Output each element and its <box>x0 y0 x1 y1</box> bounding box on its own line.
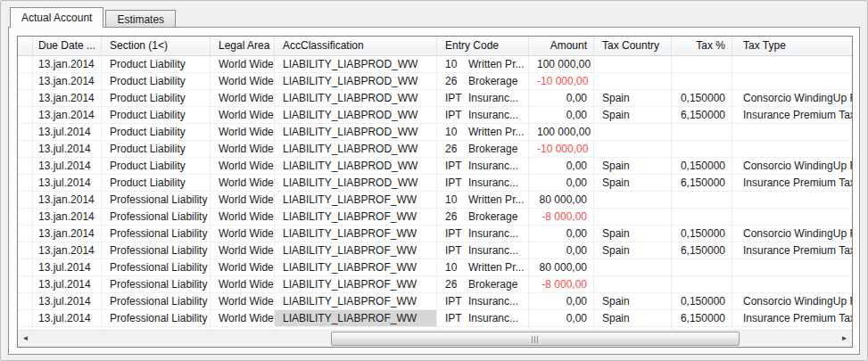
cell-entry_code[interactable]: 10Written Pr... <box>437 124 529 141</box>
cell-amount[interactable]: 0,00 <box>529 107 594 124</box>
cell-section[interactable]: Professional Liability <box>102 259 211 276</box>
cell-amount[interactable]: 0,00 <box>529 310 594 327</box>
cell-tax_country[interactable]: Spain <box>594 226 672 242</box>
cell-legal_area[interactable]: World Wide <box>211 226 275 242</box>
cell-section[interactable]: Professional Liability <box>102 310 211 327</box>
cell-entry_code[interactable]: 10Written Pr... <box>437 56 529 73</box>
tab-estimates[interactable]: Estimates <box>105 10 176 27</box>
cell-tax_type[interactable] <box>732 73 852 90</box>
cell-amount[interactable]: -8 000,00 <box>529 276 594 293</box>
cell-tax_pct[interactable]: 0,150000 <box>672 226 732 242</box>
cell-entry_code[interactable]: 26Brokerage <box>437 209 529 226</box>
cell-legal_area[interactable]: World Wide <box>211 293 275 310</box>
cell-section[interactable]: Professional Liability <box>102 276 211 293</box>
table-row[interactable]: 13.jul.2014Professional LiabilityWorld W… <box>18 310 852 327</box>
cell-section[interactable]: Product Liability <box>102 175 211 192</box>
cell-tax_country[interactable] <box>594 259 672 276</box>
cell-entry_code[interactable]: IPTInsuranc... <box>437 310 529 327</box>
cell-section[interactable]: Product Liability <box>102 107 211 124</box>
cell-due_date[interactable]: 13.jul.2014 <box>33 124 102 141</box>
cell-tax_pct[interactable] <box>672 56 732 73</box>
column-header-tax_type[interactable]: Tax Type <box>732 37 852 55</box>
cell-section[interactable]: Professional Liability <box>102 293 211 310</box>
cell-section[interactable]: Professional Liability <box>102 242 211 259</box>
cell-amount[interactable]: 100 000,00 <box>529 56 594 73</box>
cell-tax_type[interactable]: Insurance Premium Tax <box>732 242 852 259</box>
cell-tax_pct[interactable]: 6,150000 <box>672 175 732 192</box>
cell-section[interactable]: Product Liability <box>102 124 211 141</box>
cell-tax_type[interactable]: Consorcio WindingUp Fund <box>732 158 852 175</box>
cell-due_date[interactable]: 13.jul.2014 <box>33 259 102 276</box>
cell-amount[interactable]: 80 000,00 <box>529 259 594 276</box>
cell-amount[interactable]: 100 000,00 <box>529 124 594 141</box>
cell-section[interactable]: Professional Liability <box>102 192 211 209</box>
cell-tax_pct[interactable] <box>672 192 732 209</box>
cell-due_date[interactable]: 13.jan.2014 <box>33 209 102 226</box>
cell-acc_classification[interactable]: LIABILITY_LIABPROF_WW <box>275 192 437 209</box>
cell-amount[interactable]: -8 000,00 <box>529 209 594 226</box>
cell-section[interactable]: Product Liability <box>102 56 211 73</box>
cell-due_date[interactable]: 13.jul.2014 <box>33 293 102 310</box>
column-header-entry_code[interactable]: Entry Code <box>437 37 529 55</box>
cell-acc_classification[interactable]: LIABILITY_LIABPROD_WW <box>275 141 437 158</box>
cell-acc_classification[interactable]: LIABILITY_LIABPROD_WW <box>275 90 437 107</box>
table-row[interactable]: 13.jan.2014Professional LiabilityWorld W… <box>18 242 852 259</box>
cell-tax_pct[interactable] <box>672 124 732 141</box>
tab-actual-account[interactable]: Actual Account <box>10 7 103 28</box>
scroll-right-button[interactable]: ► <box>837 331 852 347</box>
cell-tax_pct[interactable]: 6,150000 <box>672 310 732 327</box>
cell-amount[interactable]: 0,00 <box>529 90 594 107</box>
table-row[interactable]: 13.jul.2014Professional LiabilityWorld W… <box>18 293 852 310</box>
cell-amount[interactable]: -10 000,00 <box>529 141 594 158</box>
cell-acc_classification[interactable]: LIABILITY_LIABPROF_WW <box>275 310 437 327</box>
cell-legal_area[interactable]: World Wide <box>211 90 275 107</box>
table-row[interactable]: 13.jul.2014Product LiabilityWorld WideLI… <box>18 141 852 158</box>
cell-due_date[interactable]: 13.jul.2014 <box>33 276 102 293</box>
cell-legal_area[interactable]: World Wide <box>211 209 275 226</box>
cell-legal_area[interactable]: World Wide <box>211 73 275 90</box>
cell-section[interactable]: Product Liability <box>102 73 211 90</box>
cell-entry_code[interactable]: 10Written Pr... <box>437 192 529 209</box>
cell-entry_code[interactable]: IPTInsuranc... <box>437 107 529 124</box>
scrollbar-thumb[interactable] <box>331 332 740 346</box>
cell-tax_type[interactable] <box>732 56 852 73</box>
cell-legal_area[interactable]: World Wide <box>211 276 275 293</box>
cell-acc_classification[interactable]: LIABILITY_LIABPROF_WW <box>275 276 437 293</box>
cell-tax_type[interactable]: Insurance Premium Tax <box>732 310 852 327</box>
column-header-tax_country[interactable]: Tax Country <box>594 37 672 55</box>
cell-tax_pct[interactable]: 0,150000 <box>672 90 732 107</box>
cell-tax_type[interactable]: Insurance Premium Tax <box>732 107 852 124</box>
cell-tax_type[interactable] <box>732 141 852 158</box>
cell-tax_pct[interactable] <box>672 209 732 226</box>
cell-due_date[interactable]: 13.jul.2014 <box>33 141 102 158</box>
scrollbar-track[interactable] <box>33 331 837 347</box>
cell-tax_country[interactable]: Spain <box>594 242 672 259</box>
cell-amount[interactable]: 0,00 <box>529 226 594 242</box>
cell-amount[interactable]: 0,00 <box>529 158 594 175</box>
cell-amount[interactable]: 0,00 <box>529 293 594 310</box>
cell-tax_country[interactable] <box>594 124 672 141</box>
cell-due_date[interactable]: 13.jan.2014 <box>33 192 102 209</box>
table-row[interactable]: 13.jul.2014Professional LiabilityWorld W… <box>18 276 852 293</box>
table-row[interactable]: 13.jul.2014Product LiabilityWorld WideLI… <box>18 175 852 192</box>
cell-tax_country[interactable]: Spain <box>594 175 672 192</box>
cell-legal_area[interactable]: World Wide <box>211 141 275 158</box>
cell-entry_code[interactable]: IPTInsuranc... <box>437 226 529 242</box>
cell-due_date[interactable]: 13.jul.2014 <box>33 175 102 192</box>
column-header-section[interactable]: Section (1<) <box>102 37 211 55</box>
cell-entry_code[interactable]: 10Written Pr... <box>437 259 529 276</box>
cell-acc_classification[interactable]: LIABILITY_LIABPROD_WW <box>275 107 437 124</box>
cell-entry_code[interactable]: 26Brokerage <box>437 276 529 293</box>
column-header-acc_classification[interactable]: AccClassification <box>275 37 437 55</box>
cell-tax_type[interactable] <box>732 276 852 293</box>
cell-tax_country[interactable] <box>594 209 672 226</box>
table-row[interactable]: 13.jan.2014Product LiabilityWorld WideLI… <box>18 73 852 90</box>
table-row[interactable]: 13.jan.2014Product LiabilityWorld WideLI… <box>18 90 852 107</box>
table-row[interactable]: 13.jul.2014Product LiabilityWorld WideLI… <box>18 158 852 175</box>
cell-entry_code[interactable]: IPTInsuranc... <box>437 158 529 175</box>
cell-tax_pct[interactable]: 6,150000 <box>672 107 732 124</box>
table-row[interactable]: 13.jul.2014Professional LiabilityWorld W… <box>18 259 852 276</box>
cell-section[interactable]: Product Liability <box>102 158 211 175</box>
table-row[interactable]: 13.jan.2014Product LiabilityWorld WideLI… <box>18 107 852 124</box>
cell-legal_area[interactable]: World Wide <box>211 242 275 259</box>
